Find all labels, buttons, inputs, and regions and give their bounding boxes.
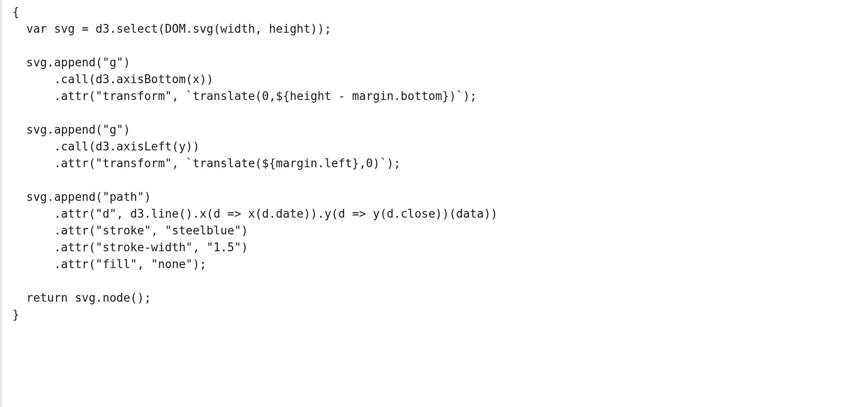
code-block: { var svg = d3.select(DOM.svg(width, hei… <box>0 0 868 407</box>
code-text[interactable]: { var svg = d3.select(DOM.svg(width, hei… <box>12 4 868 323</box>
